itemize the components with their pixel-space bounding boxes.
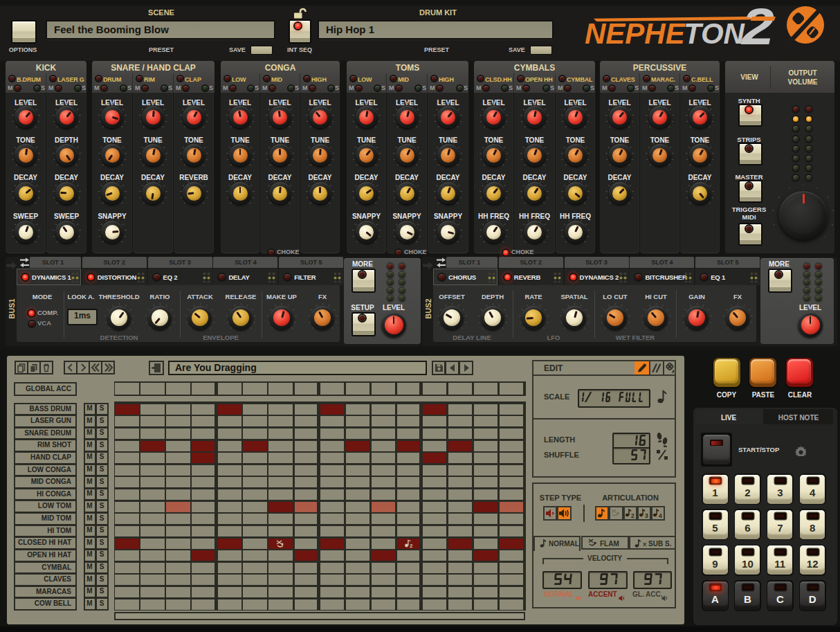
svg-text:3: 3	[645, 512, 648, 518]
svg-text:2: 2	[631, 512, 634, 518]
svg-text:4: 4	[659, 512, 662, 518]
svg-text:2: 2	[410, 543, 413, 548]
